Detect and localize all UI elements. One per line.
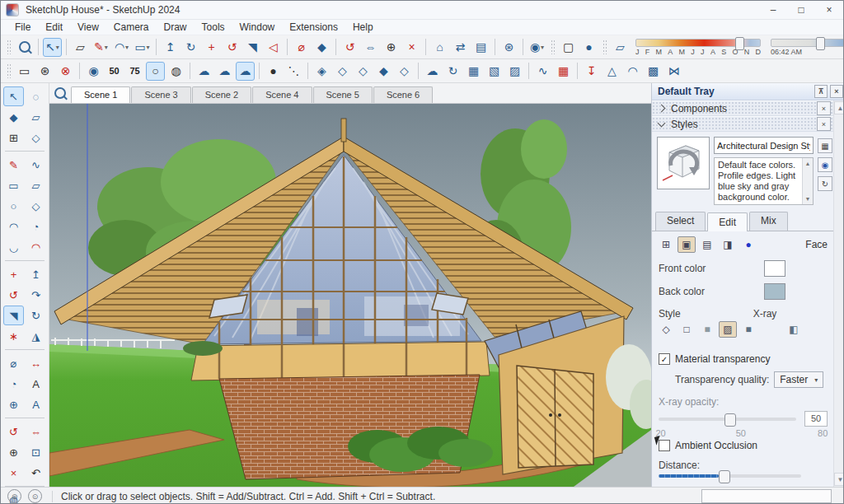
terrain-slope-icon[interactable]: ▨: [505, 62, 524, 81]
arc-icon[interactable]: ◠: [3, 217, 24, 236]
tray-close-icon[interactable]: ×: [830, 85, 843, 98]
rectangle-tool-icon[interactable]: ▭▾: [133, 38, 152, 57]
pie-icon[interactable]: ◔: [26, 217, 46, 236]
scenetab-scene-4[interactable]: Scene 4: [252, 86, 312, 103]
style-thumbnail[interactable]: [657, 137, 710, 189]
zoom-icon[interactable]: ⊕: [3, 442, 24, 462]
component-disable-icon[interactable]: ◇: [333, 62, 352, 81]
menuitem-window[interactable]: Window: [232, 21, 283, 34]
geolocation-icon[interactable]: ⊚: [7, 489, 21, 503]
shadow-month-slider[interactable]: JFMAMJJASOND: [635, 39, 761, 56]
point-tool-icon[interactable]: ●: [264, 62, 283, 81]
model-settings-icon[interactable]: ⊛: [35, 62, 54, 81]
scenetab-scene-6[interactable]: Scene 6: [373, 86, 433, 103]
axes-icon[interactable]: ∗: [3, 326, 24, 346]
make-component-icon[interactable]: ⊞: [3, 128, 24, 147]
cloud-upload-icon[interactable]: ☁: [236, 62, 255, 81]
rectangle-icon[interactable]: ▭: [3, 175, 24, 195]
scenetab-scene-2[interactable]: Scene 2: [192, 86, 251, 103]
menuitem-help[interactable]: Help: [345, 21, 381, 34]
scroll-down-icon[interactable]: ▼: [834, 473, 844, 486]
pan-tool-icon[interactable]: ⇔: [361, 38, 380, 57]
menuitem-extensions[interactable]: Extensions: [282, 21, 345, 34]
shaded-icon[interactable]: ■: [698, 321, 716, 338]
tray-scrollbar[interactable]: ▲ ▼: [833, 100, 844, 487]
hatch-sphere-icon[interactable]: ◍: [166, 62, 185, 81]
tray-pin-icon[interactable]: ⊼: [814, 85, 828, 98]
cloud-disconnect-icon[interactable]: ☁: [195, 62, 213, 81]
two-point-arc-icon[interactable]: ◡: [3, 237, 24, 257]
flip-edge-icon[interactable]: ⋈: [664, 62, 683, 81]
dome-icon[interactable]: ◠: [623, 62, 642, 81]
description-scrollbar[interactable]: ▲▼: [802, 158, 813, 204]
stab-select[interactable]: Select: [655, 212, 706, 231]
scenetab-scene-5[interactable]: Scene 5: [313, 86, 373, 103]
share-component-icon[interactable]: ▤: [471, 38, 490, 57]
stab-edit[interactable]: Edit: [707, 212, 748, 231]
watermark-settings-icon[interactable]: ◨: [719, 236, 737, 253]
style-description[interactable]: Default face colors. Profile edges. Ligh…: [714, 157, 814, 205]
component-sphere-icon[interactable]: ◆: [374, 62, 393, 81]
stab-mix[interactable]: Mix: [749, 212, 788, 231]
face-settings-icon[interactable]: ▣: [678, 236, 696, 253]
viewport-3d[interactable]: [49, 104, 651, 487]
water-drop-icon[interactable]: ○: [146, 62, 165, 81]
component-rotate-icon[interactable]: ◈: [312, 62, 331, 81]
modeling-settings-icon[interactable]: ●: [739, 236, 757, 253]
wireframe-icon[interactable]: ◇: [657, 321, 675, 338]
paint-bucket-icon[interactable]: ◆: [312, 38, 331, 57]
menuitem-edit[interactable]: Edit: [38, 21, 70, 34]
dimension-icon[interactable]: ↔: [26, 353, 46, 373]
scene-search-icon[interactable]: [49, 83, 71, 103]
paint-bucket-icon[interactable]: ◆: [3, 107, 24, 127]
components-close-icon[interactable]: ×: [817, 101, 831, 115]
terrain-paint-icon[interactable]: ▩: [644, 62, 663, 81]
maximize-button[interactable]: □: [787, 1, 815, 19]
stamp-icon[interactable]: ▦: [554, 62, 573, 81]
circle-icon[interactable]: ○: [3, 196, 24, 216]
styles-close-icon[interactable]: ×: [817, 117, 831, 131]
component-pick-icon[interactable]: ◇: [395, 62, 414, 81]
axes-origin-icon[interactable]: ⊕: [3, 394, 24, 414]
three-point-arc-icon[interactable]: ◠: [26, 237, 46, 257]
transparency-quality-select[interactable]: Faster ▾: [774, 371, 823, 388]
opacity-50-icon[interactable]: 50: [105, 62, 124, 81]
terrain-hills-icon[interactable]: ▧: [485, 62, 504, 81]
cloud-sync-icon[interactable]: ↻: [443, 62, 462, 81]
orbit-tool-icon[interactable]: ↺: [340, 38, 359, 57]
protractor-icon[interactable]: ◔: [3, 374, 24, 394]
credits-icon[interactable]: ⊙: [28, 489, 42, 503]
flip-icon[interactable]: ◮: [26, 326, 46, 346]
distance-handle[interactable]: [719, 470, 730, 483]
push-pull-icon[interactable]: ↥: [26, 264, 46, 284]
share-model-icon[interactable]: ⇄: [451, 38, 470, 57]
position-camera-icon[interactable]: ⌀: [292, 38, 311, 57]
3d-text-icon[interactable]: A: [26, 394, 46, 414]
orbit-icon[interactable]: ↺: [3, 422, 24, 441]
zoom-extents-icon[interactable]: ×: [402, 38, 421, 57]
components-section-header[interactable]: Components ×: [652, 100, 834, 116]
line-tool-icon[interactable]: ✎▾: [91, 38, 110, 57]
move-tool-icon[interactable]: +: [202, 38, 221, 57]
update-style-icon[interactable]: ↻: [818, 176, 832, 191]
monochrome-icon[interactable]: ■: [739, 321, 757, 338]
hidden-line-icon[interactable]: □: [678, 321, 696, 338]
styles-section-header[interactable]: Styles ×: [652, 116, 834, 132]
shaded-textures-icon[interactable]: ▨: [719, 321, 737, 338]
line-tool-icon[interactable]: ✎: [3, 155, 24, 175]
scenetab-scene-1[interactable]: Scene 1: [71, 86, 130, 103]
drape-icon[interactable]: ↧: [582, 62, 601, 81]
xray-opacity-slider[interactable]: 50: [652, 409, 834, 428]
material-transparency-checkbox[interactable]: ✓: [659, 353, 670, 365]
back-color-swatch[interactable]: [764, 283, 785, 300]
move-icon[interactable]: +: [3, 264, 24, 284]
create-style-icon[interactable]: ◉: [818, 157, 832, 172]
scroll-up-icon[interactable]: ▲: [834, 101, 844, 114]
rotate-tool-icon[interactable]: ↺: [223, 38, 241, 57]
scale-tool-icon[interactable]: ◥: [243, 38, 262, 57]
eraser-icon[interactable]: ▱: [26, 107, 46, 127]
cloud-download-icon[interactable]: ☁: [215, 62, 234, 81]
opacity-75-icon[interactable]: 75: [125, 62, 144, 81]
text-icon[interactable]: A: [26, 374, 46, 394]
measurements-input[interactable]: [701, 489, 832, 503]
